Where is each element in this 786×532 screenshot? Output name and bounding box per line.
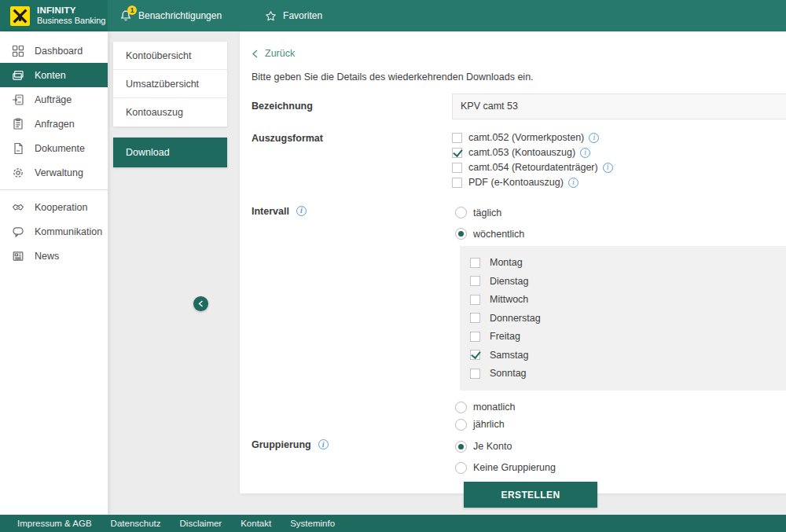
samstag-checkbox[interactable] — [470, 350, 480, 360]
sidebar-divider — [0, 189, 108, 190]
back-button[interactable]: Zurück — [252, 48, 295, 59]
footer-link-systeminfo[interactable]: Systeminfo — [290, 519, 335, 528]
brand-logo-block[interactable]: INFINITY Business Banking — [0, 0, 108, 31]
keine-gruppierung-radio[interactable] — [455, 462, 467, 474]
weekday-montag-row[interactable]: Montag — [470, 254, 786, 273]
sidebar-item-konten[interactable]: Konten — [0, 63, 108, 87]
weekday-donnerstag-row[interactable]: Donnerstag — [470, 309, 786, 328]
weekday-dienstag-row[interactable]: Dienstag — [470, 272, 786, 291]
header-actions: 1 Benachrichtigungen Favoriten — [108, 0, 786, 31]
camt053-label: camt.053 (Kontoauszug) — [468, 147, 575, 158]
favorites-button[interactable]: Favoriten — [265, 10, 322, 22]
gruppierung-info-icon[interactable]: i — [318, 439, 329, 449]
weekday-freitag-row[interactable]: Freitag — [470, 328, 786, 347]
sidebar-item-label: Verwaltung — [35, 167, 83, 178]
camt053-info-icon[interactable]: i — [580, 148, 590, 158]
subnav-item-download-active[interactable]: Download — [113, 138, 227, 167]
gruppierung-keine-row[interactable]: Keine Gruppierung — [452, 460, 786, 475]
gruppierung-label-wrap: Gruppierung i — [240, 439, 452, 475]
star-icon — [265, 10, 277, 22]
freitag-label: Freitag — [490, 331, 520, 342]
freitag-checkbox[interactable] — [470, 332, 480, 342]
montag-label: Montag — [490, 257, 523, 268]
orders-icon — [11, 93, 24, 106]
taeglich-label: täglich — [473, 207, 501, 218]
news-icon — [11, 249, 24, 262]
monatlich-label: monatlich — [473, 402, 516, 413]
sidebar-item-label: Konten — [35, 70, 66, 81]
sidebar-collapse-button[interactable] — [193, 296, 208, 311]
intervall-info-icon[interactable]: i — [296, 206, 307, 216]
chat-bubble-icon — [11, 225, 24, 238]
erstellen-button[interactable]: ERSTELLEN — [464, 482, 597, 508]
pdf-info-icon[interactable]: i — [568, 178, 578, 188]
notifications-label: Benachrichtigungen — [138, 10, 222, 21]
brand-name: INFINITY — [37, 6, 105, 16]
form-intro-text: Bitte geben Sie die Details des wiederke… — [252, 72, 786, 83]
footer-link-impressum[interactable]: Impressum & AGB — [17, 519, 92, 528]
documents-icon — [11, 141, 24, 155]
weekday-panel: Montag Dienstag Mittwoch — [460, 246, 786, 391]
format-camt053-row[interactable]: camt.053 (Kontoauszug) i — [452, 147, 786, 159]
camt054-info-icon[interactable]: i — [603, 163, 613, 173]
bezeichnung-row: Bezeichnung — [240, 94, 786, 119]
montag-checkbox[interactable] — [470, 258, 480, 268]
sonntag-checkbox[interactable] — [470, 369, 480, 379]
intervall-jaehrlich-row[interactable]: jährlich — [452, 417, 786, 431]
format-camt052-row[interactable]: camt.052 (Vormerkposten) i — [452, 132, 786, 144]
notifications-button[interactable]: 1 Benachrichtigungen — [119, 9, 222, 22]
samstag-label: Samstag — [490, 350, 528, 361]
sidebar-item-kooperation[interactable]: Kooperation — [0, 195, 108, 219]
sidebar-item-dokumente[interactable]: Dokumente — [0, 136, 108, 160]
jekonto-radio[interactable] — [455, 441, 467, 453]
sidebar-item-auftraege[interactable]: Aufträge — [0, 87, 108, 112]
brand-subtitle: Business Banking — [37, 16, 105, 26]
accounts-icon — [11, 68, 24, 82]
donnerstag-checkbox[interactable] — [470, 313, 480, 323]
woechentlich-radio[interactable] — [455, 228, 467, 240]
brand-text: INFINITY Business Banking — [37, 6, 105, 26]
intervall-taeglich-row[interactable]: täglich — [452, 206, 786, 220]
weekday-mittwoch-row[interactable]: Mittwoch — [470, 291, 786, 310]
jaehrlich-radio[interactable] — [455, 419, 467, 431]
subnav-item-umsatzuebersicht[interactable]: Umsatzübersicht — [113, 70, 227, 98]
sidebar-item-kommunikation[interactable]: Kommunikation — [0, 219, 108, 244]
subnav-item-kontoauszug[interactable]: Kontoauszug — [113, 98, 227, 127]
dienstag-checkbox[interactable] — [470, 276, 480, 286]
weekday-sonntag-row[interactable]: Sonntag — [470, 365, 786, 383]
sidebar-item-news[interactable]: News — [0, 244, 108, 268]
mittwoch-checkbox[interactable] — [470, 295, 480, 305]
footer-link-datenschutz[interactable]: Datenschutz — [111, 519, 161, 528]
sidebar-item-verwaltung[interactable]: Verwaltung — [0, 160, 108, 185]
bezeichnung-input[interactable] — [452, 94, 786, 119]
format-pdf-row[interactable]: PDF (e-Kontoauszug) i — [452, 177, 786, 189]
footer-link-kontakt[interactable]: Kontakt — [241, 519, 271, 528]
chevron-left-icon — [252, 50, 259, 58]
sonntag-label: Sonntag — [490, 368, 527, 379]
top-header: INFINITY Business Banking 1 Benachrichti… — [0, 0, 786, 31]
body: Dashboard Konten Aufträge Anfragen Dokum… — [0, 31, 786, 515]
sidebar-item-dashboard[interactable]: Dashboard — [0, 39, 108, 63]
camt052-checkbox[interactable] — [452, 133, 462, 143]
gruppierung-jekonto-row[interactable]: Je Konto — [452, 439, 786, 453]
camt052-info-icon[interactable]: i — [589, 133, 599, 143]
weekday-samstag-row[interactable]: Samstag — [470, 346, 786, 365]
monatlich-radio[interactable] — [455, 402, 467, 413]
camt053-checkbox[interactable] — [452, 148, 462, 158]
taeglich-radio[interactable] — [455, 207, 467, 218]
camt054-label: camt.054 (Retourdatenträger) — [468, 162, 598, 173]
camt054-checkbox[interactable] — [452, 163, 462, 173]
sidebar-item-label: Kommunikation — [35, 226, 102, 237]
format-camt054-row[interactable]: camt.054 (Retourdatenträger) i — [452, 162, 786, 174]
subnav-item-kontouebersicht[interactable]: Kontoübersicht — [113, 42, 227, 70]
sidebar-item-label: Aufträge — [35, 94, 72, 105]
intervall-monatlich-row[interactable]: monatlich — [452, 400, 786, 414]
auszugsformat-label: Auszugsformat — [240, 132, 452, 192]
sidebar-item-anfragen[interactable]: Anfragen — [0, 112, 108, 136]
footer-link-disclaimer[interactable]: Disclaimer — [180, 519, 222, 528]
pdf-checkbox[interactable] — [452, 178, 462, 188]
back-label: Zurück — [265, 48, 295, 59]
intervall-woechentlich-row[interactable]: wöchentlich — [452, 227, 786, 241]
requests-icon — [11, 117, 24, 130]
main-sidebar: Dashboard Konten Aufträge Anfragen Dokum… — [0, 31, 108, 515]
